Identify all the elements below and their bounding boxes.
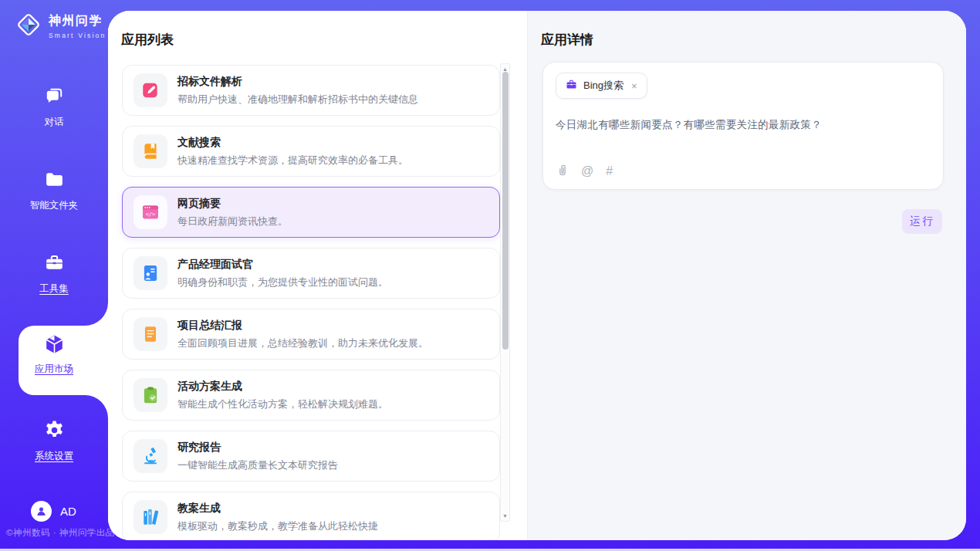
app-desc: 全面回顾项目进展，总结经验教训，助力未来优化发展。 bbox=[177, 336, 428, 350]
user-account[interactable]: AD bbox=[31, 501, 76, 522]
person-icon bbox=[35, 505, 48, 518]
app-name: 活动方案生成 bbox=[177, 380, 388, 394]
copyright-footer: ©神州数码 · 神州问学出品 bbox=[6, 527, 115, 539]
app-card-web-summary[interactable]: </> 网页摘要 每日政府新闻资讯快查。 bbox=[122, 187, 500, 238]
brand-subtitle: Smart Vision bbox=[49, 32, 106, 39]
sidebar-item-app-market[interactable]: 应用市场 bbox=[0, 333, 108, 376]
app-name: 文献搜索 bbox=[177, 136, 408, 150]
app-card-project-summary[interactable]: 项目总结汇报 全面回顾项目进展，总结经验教训，助力未来优化发展。 bbox=[122, 309, 500, 360]
mention-icon[interactable]: @ bbox=[581, 165, 593, 177]
app-list: 招标文件解析 帮助用户快速、准确地理解和解析招标书中的关键信息 文献搜索 bbox=[122, 65, 500, 540]
app-desc: 帮助用户快速、准确地理解和解析招标书中的关键信息 bbox=[177, 93, 418, 106]
sidebar-item-toolbox[interactable]: 工具集 bbox=[0, 252, 108, 296]
app-name: 项目总结汇报 bbox=[177, 319, 428, 333]
app-card-lesson-plan[interactable]: 教案生成 模板驱动，教案秒成，教学准备从此轻松快捷 bbox=[122, 492, 500, 540]
app-name: 招标文件解析 bbox=[177, 75, 418, 89]
gear-icon bbox=[43, 431, 66, 444]
sidebar: 神州问学 Smart Vision 对话 智能文件夹 bbox=[0, 0, 108, 551]
briefcase-icon bbox=[566, 79, 577, 93]
toolbox-icon bbox=[43, 263, 66, 276]
app-card-research-report[interactable]: 研究报告 一键智能生成高质量长文本研究报告 bbox=[122, 431, 500, 482]
diamond-logo-icon bbox=[14, 10, 43, 42]
browser-code-icon: </> bbox=[133, 195, 167, 229]
books-icon bbox=[133, 500, 167, 534]
app-desc: 快速精准查找学术资源，提高研究效率的必备工具。 bbox=[177, 154, 408, 167]
folder-icon bbox=[43, 180, 66, 193]
report-lines-icon bbox=[133, 317, 167, 351]
app-desc: 模板驱动，教案秒成，教学准备从此轻松快捷 bbox=[177, 519, 378, 533]
edit-square-icon bbox=[133, 73, 167, 107]
prompt-text[interactable]: 今日湖北有哪些新闻要点？有哪些需要关注的最新政策？ bbox=[556, 118, 931, 132]
user-name: AD bbox=[60, 505, 76, 518]
app-desc: 每日政府新闻资讯快查。 bbox=[177, 215, 288, 228]
sidebar-item-label: 系统设置 bbox=[0, 450, 108, 463]
clipboard-check-icon bbox=[133, 378, 167, 412]
prompt-toolbar: @ # bbox=[556, 164, 613, 179]
chat-bubbles-icon bbox=[43, 96, 66, 110]
svg-text:</>: </> bbox=[146, 211, 156, 218]
app-name: 教案生成 bbox=[177, 502, 378, 516]
sidebar-item-label: 对话 bbox=[0, 116, 108, 129]
app-card-literature-search[interactable]: 文献搜索 快速精准查找学术资源，提高研究效率的必备工具。 bbox=[122, 126, 500, 177]
app-desc: 明确身份和职责，为您提供专业性的面试问题。 bbox=[177, 276, 388, 289]
sidebar-item-label: 应用市场 bbox=[0, 363, 108, 376]
app-card-pm-interviewer[interactable]: 产品经理面试官 明确身份和职责，为您提供专业性的面试问题。 bbox=[122, 248, 500, 299]
app-window: 神州问学 Smart Vision 对话 智能文件夹 bbox=[0, 0, 980, 551]
app-detail-panel: 应用详情 Bing搜索 × 今日湖北有哪些新闻要点？有哪些需要关注的最新政 bbox=[527, 11, 966, 540]
app-name: 网页摘要 bbox=[177, 197, 288, 211]
main-content: 应用列表 招标文件解析 帮助用户快速、准确地理解和解析招标书中的关键信息 bbox=[108, 11, 966, 540]
app-name: 研究报告 bbox=[177, 441, 338, 455]
sidebar-item-settings[interactable]: 系统设置 bbox=[0, 419, 108, 463]
app-card-tender-analysis[interactable]: 招标文件解析 帮助用户快速、准确地理解和解析招标书中的关键信息 bbox=[122, 65, 500, 116]
prompt-card: Bing搜索 × 今日湖北有哪些新闻要点？有哪些需要关注的最新政策？ @ # bbox=[542, 62, 944, 190]
scrollbar-thumb[interactable] bbox=[502, 72, 509, 350]
sidebar-item-label: 智能文件夹 bbox=[0, 199, 108, 212]
app-card-event-plan[interactable]: 活动方案生成 智能生成个性化活动方案，轻松解决规划难题。 bbox=[122, 370, 500, 421]
run-button[interactable]: 运行 bbox=[902, 209, 942, 234]
hashtag-icon[interactable]: # bbox=[606, 165, 613, 177]
brand-logo: 神州问学 Smart Vision bbox=[14, 10, 106, 42]
app-list-panel: 应用列表 招标文件解析 帮助用户快速、准确地理解和解析招标书中的关键信息 bbox=[108, 11, 527, 540]
tool-tag-label: Bing搜索 bbox=[583, 79, 623, 93]
avatar bbox=[31, 501, 52, 522]
sidebar-item-label: 工具集 bbox=[0, 282, 108, 296]
app-name: 产品经理面试官 bbox=[177, 258, 388, 272]
document-person-icon bbox=[133, 256, 167, 290]
scroll-up-arrow-icon[interactable]: ▲ bbox=[501, 66, 509, 72]
app-detail-title: 应用详情 bbox=[541, 31, 593, 49]
cube-icon bbox=[42, 346, 66, 359]
close-icon[interactable]: × bbox=[631, 80, 637, 92]
tool-tag-bing-search[interactable]: Bing搜索 × bbox=[556, 73, 647, 99]
book-icon bbox=[133, 134, 167, 168]
scrollbar[interactable]: ▲ ▼ bbox=[500, 63, 510, 522]
app-list-title: 应用列表 bbox=[121, 31, 174, 49]
app-desc: 智能生成个性化活动方案，轻松解决规划难题。 bbox=[177, 397, 388, 411]
paperclip-icon[interactable] bbox=[556, 164, 569, 179]
scroll-down-arrow-icon[interactable]: ▼ bbox=[501, 513, 509, 519]
microscope-icon bbox=[133, 439, 167, 473]
sidebar-item-smart-folder[interactable]: 智能文件夹 bbox=[0, 168, 108, 212]
app-desc: 一键智能生成高质量长文本研究报告 bbox=[177, 458, 338, 472]
sidebar-item-chat[interactable]: 对话 bbox=[0, 85, 108, 129]
brand-name: 神州问学 bbox=[49, 13, 106, 29]
